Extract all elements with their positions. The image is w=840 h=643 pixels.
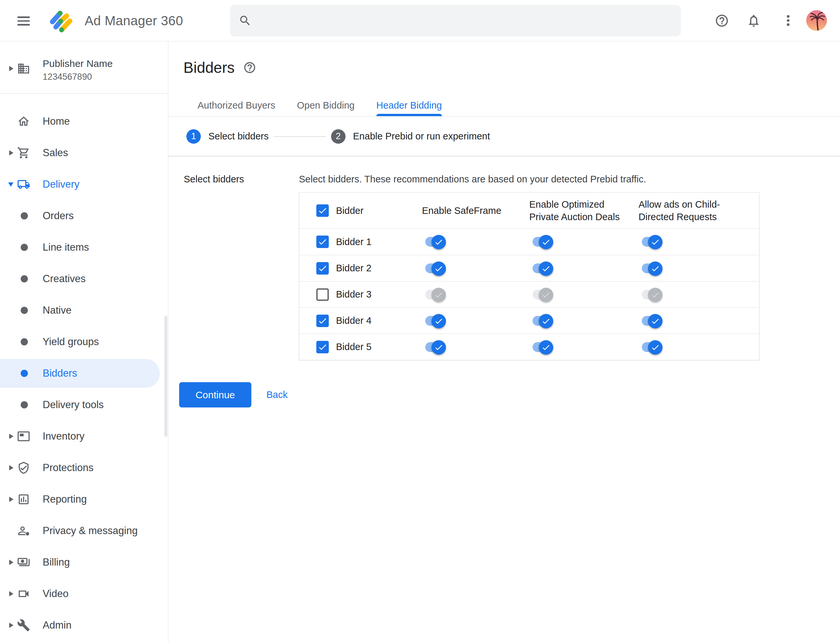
videocam-icon: [17, 587, 30, 601]
tabs: Authorized BuyersOpen BiddingHeader Bidd…: [187, 92, 453, 116]
global-search-bar[interactable]: [230, 5, 681, 36]
toggle-thumb: [648, 314, 662, 328]
sidebar-item-protections[interactable]: Protections: [0, 452, 168, 483]
notifications-icon[interactable]: [747, 13, 761, 28]
safeframe-toggle[interactable]: [425, 237, 446, 247]
step-connector: [274, 136, 326, 137]
ad-manager-logo-icon: [47, 7, 75, 34]
toggle-thumb: [431, 340, 446, 355]
section-description: Select bidders. These recommendations ar…: [299, 174, 646, 185]
sidebar-item-privacy-messaging[interactable]: Privacy & messaging: [0, 515, 168, 547]
row-checkbox[interactable]: [316, 262, 329, 274]
sidebar-item-delivery[interactable]: Delivery: [0, 169, 168, 200]
publisher-id: 1234567890: [42, 72, 113, 82]
safeframe-toggle[interactable]: [425, 342, 446, 352]
continue-button[interactable]: Continue: [179, 382, 251, 408]
avatar[interactable]: [806, 10, 827, 31]
more-vert-icon[interactable]: [787, 15, 789, 28]
row-checkbox[interactable]: [316, 315, 329, 327]
bullet-icon: [21, 370, 28, 377]
bidder-name: Bidder 4: [336, 315, 371, 326]
toggle-thumb: [539, 261, 553, 276]
step-1[interactable]: 1Select bidders: [186, 129, 269, 144]
main-content: Bidders Authorized BuyersOpen BiddingHea…: [168, 42, 840, 643]
safeframe-toggle[interactable]: [425, 263, 446, 273]
sidebar-scrollbar-thumb[interactable]: [164, 316, 167, 437]
bullet-icon: [21, 275, 28, 282]
sidebar-item-delivery-tools[interactable]: Delivery tools: [0, 389, 168, 421]
sidebar-item-label: Home: [42, 116, 70, 127]
chevron-right-icon: [9, 66, 13, 71]
sidebar-item-line-items[interactable]: Line items: [0, 232, 168, 263]
child-directed-toggle[interactable]: [642, 263, 662, 273]
safeframe-toggle[interactable]: [425, 316, 446, 326]
toggle-thumb: [431, 261, 446, 276]
search-input[interactable]: [259, 15, 653, 26]
bullet-icon: [21, 338, 28, 346]
tab-open-bidding[interactable]: Open Bidding: [286, 92, 366, 116]
sidebar-item-label: Bidders: [42, 367, 77, 379]
sidebar-item-label: Inventory: [42, 431, 85, 442]
optimized-deals-toggle[interactable]: [533, 237, 553, 247]
child-directed-toggle[interactable]: [642, 342, 662, 352]
sidebar-item-inventory[interactable]: Inventory: [0, 421, 168, 452]
sidebar-item-reporting[interactable]: Reporting: [0, 483, 168, 515]
toggle-thumb: [431, 314, 446, 328]
product-name: Ad Manager 360: [85, 13, 183, 28]
chevron-right-icon: [9, 591, 13, 596]
sidebar-item-label: Admin: [42, 619, 72, 631]
sidebar-item-creatives[interactable]: Creatives: [0, 263, 168, 295]
sidebar-item-yield-groups[interactable]: Yield groups: [0, 326, 168, 357]
back-link[interactable]: Back: [266, 382, 288, 408]
row-checkbox[interactable]: [316, 235, 329, 248]
child-directed-toggle[interactable]: [642, 237, 662, 247]
sidebar-item-label: Billing: [42, 557, 70, 568]
table-header-row: Bidder Enable SafeFrame Enable Optimized…: [299, 193, 759, 228]
menu-icon[interactable]: [17, 16, 30, 26]
step-number-badge: 1: [186, 129, 201, 144]
sidebar-item-admin[interactable]: Admin: [0, 610, 168, 641]
toggle-thumb: [648, 235, 662, 249]
sidebar-item-label: Delivery tools: [42, 399, 104, 411]
table-row-bidder-2: Bidder 2: [299, 255, 759, 281]
sidebar-item-video[interactable]: Video: [0, 578, 168, 610]
toggle-thumb: [539, 340, 553, 355]
section-label: Select bidders: [184, 174, 244, 185]
toggle-thumb: [648, 288, 662, 302]
step-number-badge: 2: [331, 129, 345, 144]
bidders-table: Bidder Enable SafeFrame Enable Optimized…: [299, 192, 759, 360]
sidebar-item-native[interactable]: Native: [0, 295, 168, 326]
sidebar-item-label: Privacy & messaging: [42, 525, 137, 537]
child-directed-toggle[interactable]: [642, 316, 662, 326]
safeframe-toggle[interactable]: [425, 290, 446, 300]
bullet-icon: [21, 401, 28, 408]
publisher-switcher[interactable]: Publisher Name 1234567890: [0, 42, 168, 93]
publisher-name: Publisher Name: [42, 58, 113, 69]
sidebar-nav: HomeSalesDeliveryOrdersLine itemsCreativ…: [0, 93, 168, 641]
select-all-checkbox[interactable]: [316, 204, 329, 217]
row-checkbox[interactable]: [316, 341, 329, 353]
sidebar-item-billing[interactable]: Billing: [0, 547, 168, 578]
truck-icon: [17, 178, 30, 191]
optimized-deals-toggle[interactable]: [533, 290, 553, 300]
table-row-bidder-4: Bidder 4: [299, 307, 759, 334]
column-header-bidder: Bidder: [336, 204, 364, 217]
bar-chart-icon: [17, 493, 30, 506]
sidebar-item-orders[interactable]: Orders: [0, 200, 168, 232]
row-checkbox[interactable]: [316, 288, 329, 301]
tab-authorized-buyers[interactable]: Authorized Buyers: [187, 92, 286, 116]
sidebar-item-sales[interactable]: Sales: [0, 137, 168, 169]
child-directed-toggle[interactable]: [642, 290, 662, 300]
optimized-deals-toggle[interactable]: [533, 263, 553, 273]
optimized-deals-toggle[interactable]: [533, 342, 553, 352]
step-2[interactable]: 2Enable Prebid or run experiment: [331, 129, 490, 144]
bidder-name: Bidder 5: [336, 341, 371, 353]
chevron-right-icon: [9, 560, 13, 565]
toggle-thumb: [648, 261, 662, 276]
toggle-thumb: [539, 235, 553, 249]
sidebar-item-home[interactable]: Home: [0, 106, 168, 137]
tab-header-bidding[interactable]: Header Bidding: [366, 92, 453, 116]
sidebar-item-bidders[interactable]: Bidders: [0, 357, 168, 389]
optimized-deals-toggle[interactable]: [533, 316, 553, 326]
help-icon[interactable]: [715, 13, 729, 28]
